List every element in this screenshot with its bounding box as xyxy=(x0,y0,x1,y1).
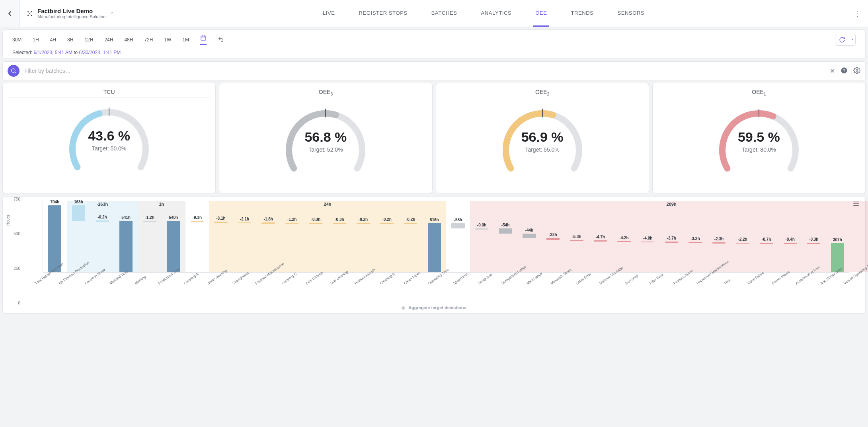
bar-value-label: -8.1h xyxy=(216,216,225,220)
range-preset-48h[interactable]: 48H xyxy=(124,37,133,43)
time-range-bar: 30M1H4H8H12H24H48H72H1W1M Selected: 6/1/… xyxy=(2,29,866,59)
bar[interactable] xyxy=(807,243,820,244)
bar[interactable] xyxy=(357,223,370,224)
product-selector[interactable]: Factbird Live Demo Manufacturing Intelli… xyxy=(20,0,121,27)
bar[interactable] xyxy=(831,243,844,272)
range-preset-1h[interactable]: 1H xyxy=(33,37,39,43)
tab-trends[interactable]: TRENDS xyxy=(568,0,596,27)
bar[interactable] xyxy=(475,228,488,230)
bar[interactable] xyxy=(333,223,346,224)
header-overflow-menu[interactable]: ⋮ xyxy=(854,9,861,18)
tab-analytics[interactable]: ANALYTICS xyxy=(478,0,514,27)
bar[interactable] xyxy=(143,221,156,222)
bar[interactable] xyxy=(191,221,204,222)
bar[interactable] xyxy=(570,240,583,241)
bar-col: -1.2h xyxy=(280,201,304,272)
gauge-value: 56.8 % xyxy=(304,129,347,145)
range-preset-4h[interactable]: 4H xyxy=(50,37,56,43)
bar-value-label: -0.4h xyxy=(786,237,795,242)
gauge-oee3[interactable]: OEE356.8 %Target: 52.0% xyxy=(219,83,432,193)
tab-register-stops[interactable]: REGISTER STOPS xyxy=(357,0,410,27)
back-button[interactable] xyxy=(0,0,20,27)
bar-col: -1.2h xyxy=(138,201,162,272)
bar-value-label: -0.2h xyxy=(98,215,107,219)
range-preset-30m[interactable]: 30M xyxy=(12,37,21,43)
svg-point-5 xyxy=(12,69,15,72)
bar[interactable] xyxy=(546,238,560,240)
bar[interactable] xyxy=(404,223,417,224)
undo-icon[interactable] xyxy=(218,36,224,44)
bar-col: -54h xyxy=(493,201,517,272)
bar-col: -4.2h xyxy=(612,201,636,272)
bar[interactable] xyxy=(309,223,322,224)
bar-value-label: -0.2h xyxy=(406,217,415,222)
settings-icon[interactable] xyxy=(853,67,860,75)
clear-filter-icon[interactable]: ✕ xyxy=(830,67,835,75)
bar-value-label: -54h xyxy=(501,223,510,227)
bar[interactable] xyxy=(451,223,464,229)
bar[interactable] xyxy=(784,243,797,244)
bar-value-label: 540h xyxy=(169,215,178,220)
y-tick: 0 xyxy=(10,301,20,305)
bar-value-label: -3.2h xyxy=(690,236,700,241)
range-preset-72h[interactable]: 72H xyxy=(144,37,153,43)
range-preset-8h[interactable]: 8H xyxy=(67,37,73,43)
batch-filter-input[interactable] xyxy=(24,68,825,74)
refresh-menu-chevron[interactable] xyxy=(849,34,855,45)
bar-value-label: -1.2h xyxy=(145,215,154,220)
bar[interactable] xyxy=(167,221,180,272)
bar-value-label: -2.1h xyxy=(240,217,249,221)
bar-col: -0.2h xyxy=(90,201,114,272)
calendar-icon[interactable] xyxy=(200,35,207,45)
range-preset-12h[interactable]: 12H xyxy=(84,37,93,43)
search-button[interactable] xyxy=(8,65,20,77)
bar[interactable] xyxy=(72,205,85,221)
bar[interactable] xyxy=(641,242,654,243)
bar[interactable] xyxy=(665,242,678,243)
bar[interactable] xyxy=(380,223,393,224)
bar[interactable] xyxy=(48,205,61,272)
refresh-icon[interactable] xyxy=(835,34,849,45)
bar[interactable] xyxy=(736,243,749,244)
bar-value-label: -0.7h xyxy=(762,237,771,242)
bar[interactable] xyxy=(214,222,227,223)
range-from[interactable]: 6/1/2023, 5:41 AM xyxy=(33,50,72,55)
range-preset-1m[interactable]: 1M xyxy=(182,37,189,43)
bar[interactable] xyxy=(238,222,251,224)
bar-col: 540h xyxy=(162,201,185,272)
bar[interactable] xyxy=(689,242,702,243)
range-preset-24h[interactable]: 24H xyxy=(104,37,113,43)
bar[interactable] xyxy=(261,222,275,224)
bar[interactable] xyxy=(617,241,630,242)
chevron-down-icon xyxy=(109,10,114,16)
bar[interactable] xyxy=(96,220,109,222)
gauge-target: Target: 55.0% xyxy=(525,146,559,153)
bar[interactable] xyxy=(285,223,298,224)
bar[interactable] xyxy=(594,240,607,242)
range-to[interactable]: 6/30/2023, 1:41 PM xyxy=(79,50,121,55)
gauge-tcu[interactable]: TCU43.6 %Target: 50.0% xyxy=(2,83,216,193)
bar[interactable] xyxy=(119,221,133,272)
bar-value-label: -44h xyxy=(525,228,533,232)
gauge-title: OEE2 xyxy=(535,89,549,96)
tab-live[interactable]: LIVE xyxy=(320,0,337,27)
range-preset-1w[interactable]: 1W xyxy=(164,37,171,43)
gauge-target: Target: 50.0% xyxy=(92,145,126,152)
bar[interactable] xyxy=(499,228,512,234)
gauge-target: Target: 80.0% xyxy=(742,146,776,153)
bar-col: -0.0h xyxy=(470,201,494,272)
bar[interactable] xyxy=(712,242,726,244)
bar-col: 541h xyxy=(114,201,138,272)
tab-sensors[interactable]: SENSORS xyxy=(615,0,647,27)
bar[interactable] xyxy=(428,223,441,272)
tab-oee[interactable]: OEE xyxy=(533,0,549,27)
batch-filter-bar: ✕ ? xyxy=(2,61,866,80)
tab-batches[interactable]: BATCHES xyxy=(429,0,460,27)
gauge-oee2[interactable]: OEE256.9 %Target: 55.0% xyxy=(436,83,649,193)
help-icon[interactable]: ? xyxy=(841,67,848,75)
gauge-target: Target: 52.0% xyxy=(308,146,343,153)
bar[interactable] xyxy=(523,234,536,238)
bar[interactable] xyxy=(760,243,773,244)
gauge-title: OEE3 xyxy=(319,89,333,96)
gauge-oee1[interactable]: OEE159.5 %Target: 80.0% xyxy=(652,83,866,193)
